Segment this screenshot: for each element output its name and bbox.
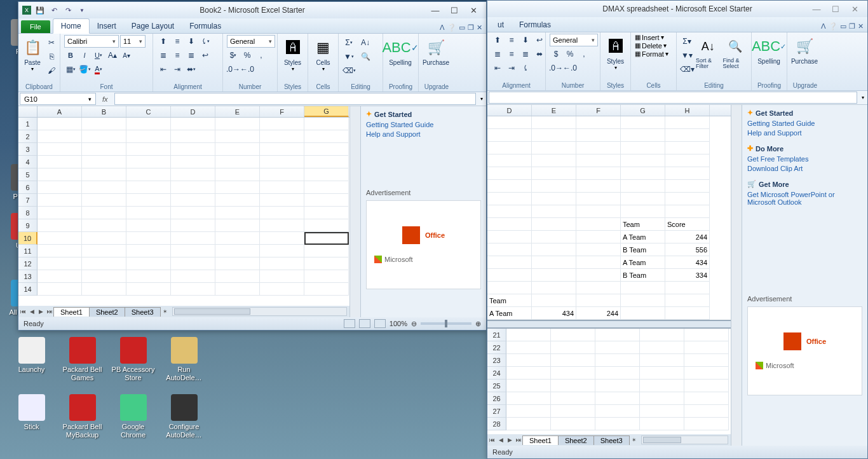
cell[interactable] bbox=[576, 154, 621, 167]
redo-icon[interactable]: ↷ bbox=[63, 5, 73, 15]
cell[interactable] bbox=[487, 180, 532, 193]
cell[interactable] bbox=[215, 181, 260, 194]
cell[interactable] bbox=[595, 405, 640, 418]
tab-first-icon[interactable]: ⏮ bbox=[487, 437, 496, 443]
cell[interactable] bbox=[665, 193, 710, 205]
sheet-tab-2[interactable]: Sheet2 bbox=[89, 307, 125, 317]
spelling-button[interactable]: ABC✓Spelling bbox=[387, 35, 414, 66]
row-header[interactable]: 22 bbox=[487, 341, 506, 354]
formula-input[interactable] bbox=[489, 92, 857, 104]
cell[interactable] bbox=[304, 219, 349, 232]
cell[interactable] bbox=[82, 168, 126, 181]
cell[interactable] bbox=[171, 219, 215, 232]
cell[interactable] bbox=[304, 118, 349, 130]
cell[interactable] bbox=[506, 367, 551, 380]
cell[interactable] bbox=[532, 154, 576, 167]
font-name-combo[interactable]: Calibri▾ bbox=[64, 35, 119, 48]
cell[interactable] bbox=[487, 167, 532, 180]
cell[interactable] bbox=[621, 294, 665, 307]
cell[interactable] bbox=[576, 193, 621, 205]
help-icon[interactable]: ❔ bbox=[829, 22, 837, 31]
cell[interactable] bbox=[82, 194, 126, 207]
shrink-font-icon[interactable]: A▾ bbox=[120, 49, 133, 62]
cell[interactable] bbox=[576, 294, 621, 307]
help-support-link[interactable]: Help and Support bbox=[747, 129, 862, 137]
new-sheet-icon[interactable]: ✶ bbox=[161, 308, 170, 315]
cell[interactable] bbox=[126, 143, 171, 156]
cell[interactable] bbox=[82, 283, 126, 296]
cell[interactable] bbox=[665, 142, 710, 154]
row-header[interactable]: 5 bbox=[18, 168, 37, 181]
row-header[interactable]: 2 bbox=[18, 130, 37, 143]
decrease-indent-icon[interactable]: ⇤ bbox=[157, 63, 170, 76]
cell[interactable] bbox=[684, 405, 729, 418]
cell[interactable] bbox=[37, 270, 82, 283]
cell[interactable] bbox=[171, 270, 215, 283]
formula-expand-icon[interactable]: ▾ bbox=[858, 91, 867, 104]
cell[interactable] bbox=[640, 341, 684, 354]
cell[interactable] bbox=[37, 232, 82, 245]
cell[interactable]: 434 bbox=[532, 307, 576, 320]
minimize-ribbon-icon[interactable]: ᐱ bbox=[440, 24, 445, 32]
layout-view-icon[interactable] bbox=[359, 319, 370, 328]
cell[interactable] bbox=[82, 245, 126, 257]
tab-prev-icon[interactable]: ◀ bbox=[496, 437, 505, 443]
sheet-tab-3[interactable]: Sheet3 bbox=[125, 307, 161, 317]
cell[interactable]: 556 bbox=[665, 243, 710, 256]
row-header[interactable]: 14 bbox=[18, 283, 37, 296]
cell[interactable] bbox=[551, 329, 595, 341]
cell[interactable] bbox=[506, 354, 551, 367]
maximize-button[interactable]: ☐ bbox=[445, 4, 463, 17]
cell[interactable] bbox=[640, 392, 684, 405]
styles-button[interactable]: 🅰Styles▾ bbox=[604, 34, 627, 71]
cell[interactable] bbox=[215, 194, 260, 207]
cell[interactable] bbox=[82, 181, 126, 194]
percent-icon[interactable]: % bbox=[564, 48, 576, 60]
get-office-link[interactable]: Get Microsoft PowerPoint or Microsoft Ou… bbox=[747, 191, 862, 206]
tab-layout-partial[interactable]: ut bbox=[490, 18, 512, 32]
currency-icon[interactable]: $▾ bbox=[227, 49, 240, 62]
new-sheet-icon[interactable]: ✶ bbox=[630, 437, 639, 443]
bold-button[interactable]: B bbox=[64, 49, 77, 62]
doc-close-icon[interactable]: ✕ bbox=[477, 24, 482, 32]
cell[interactable] bbox=[260, 283, 304, 296]
row-header[interactable]: 4 bbox=[18, 156, 37, 168]
advertisement-box[interactable]: Office Microsoft bbox=[747, 306, 862, 395]
clear-icon[interactable]: ⌫▾ bbox=[342, 64, 355, 77]
align-center-icon[interactable]: ≡ bbox=[505, 48, 518, 60]
cell[interactable] bbox=[215, 257, 260, 270]
column-header[interactable]: A bbox=[37, 106, 82, 117]
cell[interactable] bbox=[576, 116, 621, 129]
row-header[interactable]: 28 bbox=[487, 418, 506, 430]
tab-first-icon[interactable]: ⏮ bbox=[18, 308, 27, 315]
cell[interactable] bbox=[487, 269, 532, 282]
undo-icon[interactable]: ↶ bbox=[49, 5, 59, 15]
cell[interactable] bbox=[621, 129, 665, 142]
cell[interactable] bbox=[665, 205, 710, 218]
orientation-icon[interactable]: ⤹▾ bbox=[199, 35, 212, 48]
align-right-icon[interactable]: ≣ bbox=[185, 49, 198, 62]
cell[interactable]: 244 bbox=[665, 231, 710, 243]
tab-home[interactable]: Home bbox=[53, 18, 90, 34]
cell[interactable] bbox=[260, 207, 304, 219]
row-header[interactable]: 21 bbox=[487, 329, 506, 341]
cell[interactable] bbox=[551, 380, 595, 392]
cell[interactable] bbox=[126, 232, 171, 245]
cell[interactable]: A Team bbox=[621, 231, 665, 243]
cell[interactable] bbox=[304, 245, 349, 257]
cell[interactable] bbox=[171, 156, 215, 168]
cell[interactable] bbox=[576, 129, 621, 142]
cell[interactable] bbox=[260, 245, 304, 257]
minimize-button[interactable]: — bbox=[808, 3, 825, 15]
cell[interactable] bbox=[595, 418, 640, 430]
cell[interactable] bbox=[82, 143, 126, 156]
decrease-decimal-icon[interactable]: ←.0 bbox=[564, 62, 576, 74]
decrease-indent-icon[interactable]: ⇤ bbox=[491, 62, 504, 74]
cell[interactable] bbox=[684, 367, 729, 380]
number-format-combo[interactable]: General▾ bbox=[227, 35, 275, 48]
row-header[interactable]: 26 bbox=[487, 392, 506, 405]
fill-icon[interactable]: ▼▾ bbox=[681, 49, 693, 62]
italic-button[interactable]: I bbox=[78, 49, 91, 62]
cell[interactable] bbox=[576, 243, 621, 256]
sort-icon[interactable]: A↓ bbox=[356, 36, 374, 49]
